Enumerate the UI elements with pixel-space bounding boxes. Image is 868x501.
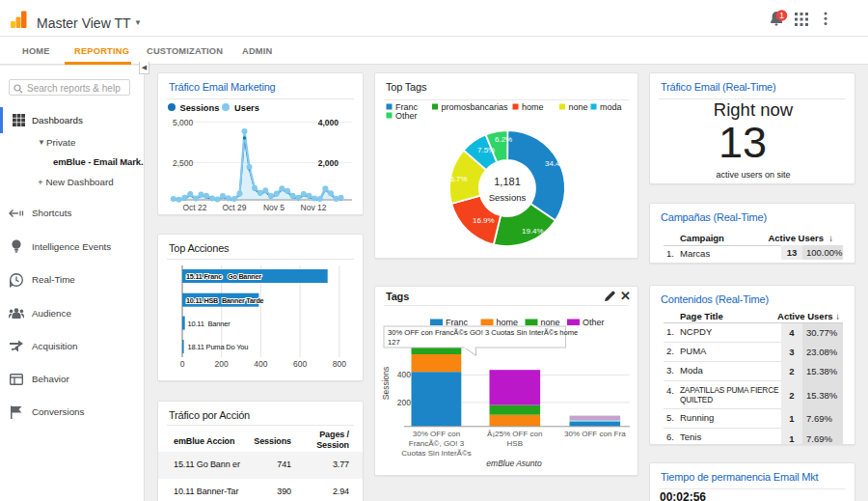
svg-text:Â¡25% OFF con: Â¡25% OFF con [487,430,542,438]
svg-text:Sessions: Sessions [180,103,220,113]
svg-text:400: 400 [254,359,267,369]
svg-text:34.4%: 34.4% [545,159,567,168]
svg-text:4,000: 4,000 [318,118,339,127]
svg-text:HSB: HSB [507,439,523,448]
svg-text:200: 200 [397,398,411,407]
svg-text:18.11 Puma Do You: 18.11 Puma Do You [188,343,249,351]
svg-text:home: home [522,102,544,112]
svg-text:10.11 Banner: 10.11 Banner [188,320,231,328]
svg-text:Cuotas Sin InterÃ©s: Cuotas Sin InterÃ©s [401,449,472,458]
svg-text:1: 1 [779,11,784,20]
svg-text:5,000: 5,000 [173,118,194,127]
svg-text:Other: Other [395,111,418,121]
svg-text:Users: Users [234,103,259,113]
svg-text:30% OFF con FrancÃ©s GO! 3 Cuo: 30% OFF con FrancÃ©s GO! 3 Cuotas Sin In… [388,328,578,337]
svg-text:Sessions: Sessions [381,367,391,401]
svg-text:15.7%: 15.7% [446,175,468,183]
svg-text:2,000: 2,000 [318,158,339,168]
svg-text:800: 800 [333,359,346,369]
svg-text:promosbancarias: promosbancarias [442,102,509,112]
svg-text:Nov 5: Nov 5 [263,203,285,212]
svg-text:30% OFF con: 30% OFF con [413,430,460,438]
svg-text:2,500: 2,500 [173,158,194,168]
svg-text:200: 200 [215,359,229,369]
svg-text:Oct 29: Oct 29 [222,203,246,212]
svg-text:19.4%: 19.4% [522,227,544,236]
svg-text:Banner Tarde: Banner Tarde [222,296,264,305]
svg-text:none: none [569,102,588,112]
svg-text:16.9%: 16.9% [473,216,495,225]
svg-text:10.11 HSB: 10.11 HSB [186,296,218,305]
svg-text:1,181: 1,181 [494,176,521,187]
svg-text:Go Banner: Go Banner [228,272,261,281]
svg-text:30% OFF con Fra: 30% OFF con Fra [564,430,626,438]
svg-text:moda: moda [600,102,622,112]
svg-text:400: 400 [397,370,411,379]
svg-text:127: 127 [388,338,400,347]
svg-text:7.5%: 7.5% [477,146,495,154]
svg-text:600: 600 [293,359,307,369]
svg-text:0: 0 [180,359,185,369]
svg-text:FrancÃ©, GO! 3: FrancÃ©, GO! 3 [409,439,465,448]
svg-text:Sessions: Sessions [489,192,527,203]
svg-text:15.11 Franc: 15.11 Franc [186,272,222,281]
svg-text:6.2%: 6.2% [495,135,512,144]
svg-text:Other: Other [583,318,605,327]
svg-text:emBlue Asunto: emBlue Asunto [486,459,542,468]
svg-text:Oct 22: Oct 22 [182,203,206,212]
svg-text:Nov 12: Nov 12 [301,203,327,212]
